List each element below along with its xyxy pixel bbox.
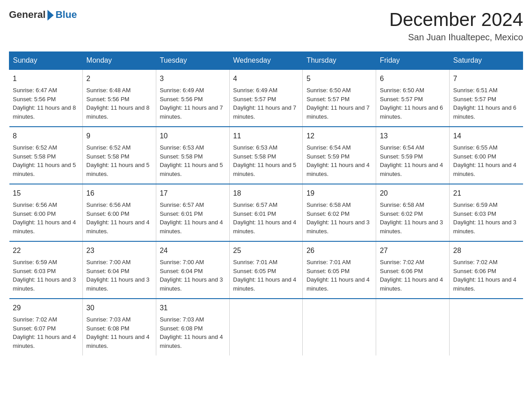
logo-text-general: General	[9, 9, 46, 21]
day-info: Sunrise: 6:50 AMSunset: 5:57 PMDaylight:…	[380, 86, 446, 121]
calendar-cell: 5Sunrise: 6:50 AMSunset: 5:57 PMDaylight…	[303, 69, 376, 127]
calendar-week-row: 8Sunrise: 6:52 AMSunset: 5:58 PMDaylight…	[9, 127, 523, 184]
calendar-title: December 2024	[389, 9, 523, 30]
calendar-cell: 9Sunrise: 6:52 AMSunset: 5:58 PMDaylight…	[82, 127, 156, 184]
day-number: 14	[453, 131, 519, 141]
calendar-cell: 25Sunrise: 7:01 AMSunset: 6:05 PMDayligh…	[229, 241, 303, 299]
day-info: Sunrise: 6:59 AMSunset: 6:03 PMDaylight:…	[13, 258, 79, 293]
page-header: General Blue December 2024 San Juan Ihua…	[9, 9, 523, 43]
calendar-cell: 24Sunrise: 7:00 AMSunset: 6:04 PMDayligh…	[156, 241, 229, 299]
day-number: 17	[160, 188, 226, 199]
day-number: 2	[86, 73, 152, 84]
calendar-cell: 16Sunrise: 6:56 AMSunset: 6:00 PMDayligh…	[82, 184, 156, 241]
calendar-cell	[450, 299, 523, 355]
calendar-cell: 28Sunrise: 7:02 AMSunset: 6:06 PMDayligh…	[450, 241, 523, 299]
day-number: 10	[160, 131, 226, 141]
calendar-cell	[303, 299, 376, 355]
calendar-cell: 14Sunrise: 6:55 AMSunset: 6:00 PMDayligh…	[450, 127, 523, 184]
calendar-week-row: 1Sunrise: 6:47 AMSunset: 5:56 PMDaylight…	[9, 69, 523, 127]
calendar-cell: 30Sunrise: 7:03 AMSunset: 6:08 PMDayligh…	[82, 299, 156, 355]
weekday-header-friday: Friday	[376, 52, 450, 70]
day-number: 7	[453, 73, 519, 84]
day-info: Sunrise: 7:02 AMSunset: 6:06 PMDaylight:…	[453, 258, 519, 293]
day-number: 20	[380, 188, 446, 199]
day-number: 3	[160, 73, 226, 84]
calendar-cell: 19Sunrise: 6:58 AMSunset: 6:02 PMDayligh…	[303, 184, 376, 241]
day-info: Sunrise: 7:03 AMSunset: 6:08 PMDaylight:…	[160, 315, 226, 350]
calendar-cell: 7Sunrise: 6:51 AMSunset: 5:57 PMDaylight…	[450, 69, 523, 127]
day-number: 9	[86, 131, 152, 141]
day-number: 26	[306, 245, 372, 256]
calendar-subtitle: San Juan Ihualtepec, Mexico	[389, 32, 523, 43]
day-info: Sunrise: 6:47 AMSunset: 5:56 PMDaylight:…	[13, 86, 79, 121]
calendar-cell: 31Sunrise: 7:03 AMSunset: 6:08 PMDayligh…	[156, 299, 229, 355]
day-info: Sunrise: 6:49 AMSunset: 5:57 PMDaylight:…	[233, 86, 299, 121]
day-number: 30	[86, 303, 152, 313]
day-number: 21	[453, 188, 519, 199]
day-number: 15	[13, 188, 79, 199]
day-number: 28	[453, 245, 519, 256]
day-info: Sunrise: 7:02 AMSunset: 6:06 PMDaylight:…	[380, 258, 446, 293]
day-number: 19	[306, 188, 372, 199]
weekday-header-thursday: Thursday	[303, 52, 376, 70]
calendar-cell: 10Sunrise: 6:53 AMSunset: 5:58 PMDayligh…	[156, 127, 229, 184]
calendar-cell: 4Sunrise: 6:49 AMSunset: 5:57 PMDaylight…	[229, 69, 303, 127]
day-number: 22	[13, 245, 79, 256]
day-info: Sunrise: 6:56 AMSunset: 6:00 PMDaylight:…	[86, 201, 152, 235]
day-number: 24	[160, 245, 226, 256]
weekday-row: SundayMondayTuesdayWednesdayThursdayFrid…	[9, 52, 523, 70]
day-number: 11	[233, 131, 299, 141]
calendar-cell: 1Sunrise: 6:47 AMSunset: 5:56 PMDaylight…	[9, 69, 83, 127]
day-info: Sunrise: 6:52 AMSunset: 5:58 PMDaylight:…	[13, 143, 79, 178]
day-info: Sunrise: 6:58 AMSunset: 6:02 PMDaylight:…	[380, 201, 446, 235]
day-info: Sunrise: 6:50 AMSunset: 5:57 PMDaylight:…	[306, 86, 372, 121]
header-right: December 2024 San Juan Ihualtepec, Mexic…	[389, 9, 523, 43]
weekday-header-wednesday: Wednesday	[229, 52, 303, 70]
day-number: 29	[13, 303, 79, 313]
day-info: Sunrise: 7:03 AMSunset: 6:08 PMDaylight:…	[86, 315, 152, 350]
day-info: Sunrise: 6:51 AMSunset: 5:57 PMDaylight:…	[453, 86, 519, 121]
weekday-header-saturday: Saturday	[450, 52, 523, 70]
day-number: 8	[13, 131, 79, 141]
calendar-cell: 17Sunrise: 6:57 AMSunset: 6:01 PMDayligh…	[156, 184, 229, 241]
day-number: 25	[233, 245, 299, 256]
day-info: Sunrise: 7:00 AMSunset: 6:04 PMDaylight:…	[160, 258, 226, 293]
day-number: 18	[233, 188, 299, 199]
day-info: Sunrise: 6:55 AMSunset: 6:00 PMDaylight:…	[453, 143, 519, 178]
calendar-cell	[229, 299, 303, 355]
calendar-cell: 11Sunrise: 6:53 AMSunset: 5:58 PMDayligh…	[229, 127, 303, 184]
day-info: Sunrise: 6:57 AMSunset: 6:01 PMDaylight:…	[160, 201, 226, 235]
calendar-cell: 15Sunrise: 6:56 AMSunset: 6:00 PMDayligh…	[9, 184, 83, 241]
calendar-cell	[376, 299, 450, 355]
day-info: Sunrise: 6:59 AMSunset: 6:03 PMDaylight:…	[453, 201, 519, 235]
day-info: Sunrise: 6:48 AMSunset: 5:56 PMDaylight:…	[86, 86, 152, 121]
calendar-cell: 23Sunrise: 7:00 AMSunset: 6:04 PMDayligh…	[82, 241, 156, 299]
day-info: Sunrise: 7:01 AMSunset: 6:05 PMDaylight:…	[233, 258, 299, 293]
calendar-header: SundayMondayTuesdayWednesdayThursdayFrid…	[9, 52, 523, 70]
calendar-cell: 8Sunrise: 6:52 AMSunset: 5:58 PMDaylight…	[9, 127, 83, 184]
logo: General Blue	[9, 9, 77, 21]
calendar-cell: 29Sunrise: 7:02 AMSunset: 6:07 PMDayligh…	[9, 299, 83, 355]
calendar-body: 1Sunrise: 6:47 AMSunset: 5:56 PMDaylight…	[9, 69, 523, 355]
day-info: Sunrise: 6:53 AMSunset: 5:58 PMDaylight:…	[160, 143, 226, 178]
weekday-header-sunday: Sunday	[9, 52, 83, 70]
calendar-table: SundayMondayTuesdayWednesdayThursdayFrid…	[9, 51, 523, 355]
day-info: Sunrise: 6:54 AMSunset: 5:59 PMDaylight:…	[306, 143, 372, 178]
calendar-cell: 26Sunrise: 7:01 AMSunset: 6:05 PMDayligh…	[303, 241, 376, 299]
logo-text-blue: Blue	[56, 9, 77, 21]
calendar-cell: 27Sunrise: 7:02 AMSunset: 6:06 PMDayligh…	[376, 241, 450, 299]
day-number: 1	[13, 73, 79, 84]
day-number: 23	[86, 245, 152, 256]
day-number: 4	[233, 73, 299, 84]
day-number: 16	[86, 188, 152, 199]
calendar-cell: 21Sunrise: 6:59 AMSunset: 6:03 PMDayligh…	[450, 184, 523, 241]
calendar-week-row: 22Sunrise: 6:59 AMSunset: 6:03 PMDayligh…	[9, 241, 523, 299]
calendar-cell: 22Sunrise: 6:59 AMSunset: 6:03 PMDayligh…	[9, 241, 83, 299]
calendar-week-row: 29Sunrise: 7:02 AMSunset: 6:07 PMDayligh…	[9, 299, 523, 355]
calendar-cell: 6Sunrise: 6:50 AMSunset: 5:57 PMDaylight…	[376, 69, 450, 127]
day-number: 12	[306, 131, 372, 141]
day-info: Sunrise: 6:56 AMSunset: 6:00 PMDaylight:…	[13, 201, 79, 235]
weekday-header-tuesday: Tuesday	[156, 52, 229, 70]
day-info: Sunrise: 6:53 AMSunset: 5:58 PMDaylight:…	[233, 143, 299, 178]
day-number: 31	[160, 303, 226, 313]
